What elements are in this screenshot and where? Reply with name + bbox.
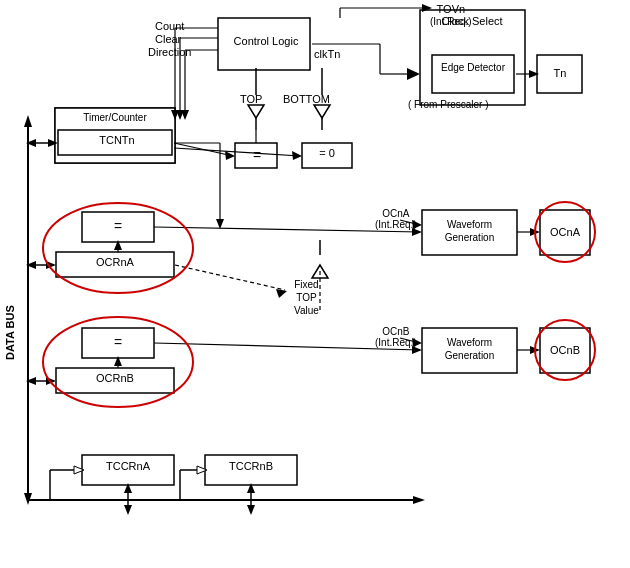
from-prescaler-label: ( From Prescaler ) xyxy=(408,99,489,110)
tccrb-label: TCCRnB xyxy=(207,460,295,472)
top-label: TOP xyxy=(240,93,262,105)
fixed-top-label: FixedTOPValue xyxy=(294,278,319,317)
svg-marker-94 xyxy=(276,289,287,298)
eq-a-label: = xyxy=(84,218,152,234)
control-logic-label: Control Logic xyxy=(222,35,310,47)
tcntn-label: TCNTn xyxy=(60,134,174,146)
svg-marker-20 xyxy=(24,115,32,127)
waveform-b-label: Waveform Generation xyxy=(424,336,515,362)
ocrna-label: OCRnA xyxy=(58,256,172,268)
svg-marker-53 xyxy=(181,110,189,120)
eq-top-label: = xyxy=(237,147,277,163)
svg-marker-66 xyxy=(314,105,330,118)
ocrnb-label: OCRnB xyxy=(58,372,172,384)
svg-marker-23 xyxy=(413,496,425,504)
direction-label: Direction xyxy=(148,46,191,58)
ocnb-out-label: OCnB xyxy=(542,344,588,356)
waveform-a-label: Waveform Generation xyxy=(424,218,515,244)
tn-label: Tn xyxy=(539,67,581,79)
eq-b-label: = xyxy=(84,334,152,350)
svg-marker-76 xyxy=(216,219,224,229)
svg-text:DATA BUS: DATA BUS xyxy=(4,305,16,360)
ocna-out-label: OCnA xyxy=(542,226,588,238)
ocnb-int-label: OCnB(Int.Req.) xyxy=(375,326,417,348)
clktn-label: clkTn xyxy=(314,48,340,60)
svg-rect-3 xyxy=(432,55,514,93)
svg-marker-40 xyxy=(124,505,132,515)
eq-zero-label: = 0 xyxy=(304,147,350,159)
svg-marker-72 xyxy=(292,151,302,160)
svg-marker-43 xyxy=(247,505,255,515)
svg-line-93 xyxy=(175,265,285,290)
tccra-label: TCCRnA xyxy=(84,460,172,472)
bottom-label: BOTTOM xyxy=(283,93,330,105)
block-diagram: DATA BUS Control Logic Clock Select Edge… xyxy=(0,0,630,568)
svg-marker-63 xyxy=(248,105,264,118)
clear-label: Clear xyxy=(155,33,181,45)
edge-detector-label: Edge Detector xyxy=(434,62,512,73)
count-label: Count xyxy=(155,20,184,32)
timer-counter-label: Timer/Counter xyxy=(58,112,172,123)
ocna-int-label: OCnA(Int.Req.) xyxy=(375,208,417,230)
tovn-label: TOVn(Int.Req.) xyxy=(430,3,472,27)
